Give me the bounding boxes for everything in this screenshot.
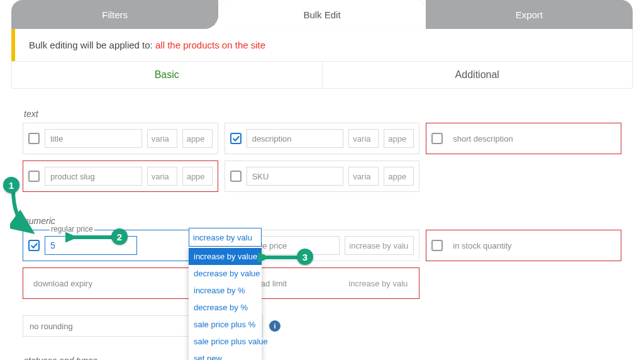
input-stock-qty[interactable]: in stock quantity (448, 236, 616, 255)
dropdown-option[interactable]: sale price plus value (189, 333, 262, 350)
dropdown-option[interactable]: decrease by % (189, 299, 262, 316)
select-slug-var[interactable]: varia (147, 167, 177, 186)
section-label-numeric: numeric (24, 216, 621, 226)
select-sale-price-mode[interactable]: increase by valu (345, 236, 414, 255)
checkbox-short-description[interactable] (431, 133, 443, 144)
dropdown-option[interactable]: sale price plus % (189, 316, 262, 333)
info-icon[interactable]: i (269, 320, 280, 332)
input-download-expiry[interactable]: download expiry (28, 274, 213, 293)
select-description-var[interactable]: varia (348, 129, 379, 148)
select-description-mode[interactable]: appe (384, 129, 414, 148)
select-sku-var[interactable]: varia (348, 167, 379, 186)
annotation-badge-2: 2 (111, 228, 128, 245)
main-tabstrip: Filters Bulk Edit Export (11, 0, 633, 29)
dropdown-option[interactable]: increase by % (189, 282, 262, 299)
select-download-limit-mode[interactable]: increase by valu (345, 274, 414, 293)
input-short-description[interactable]: short description (448, 129, 616, 148)
basic-content: text title varia appe description varia … (11, 89, 633, 360)
dropdown-option[interactable]: increase by value (189, 248, 262, 265)
annotation-arrow-2 (65, 231, 116, 244)
tab-export[interactable]: Export (426, 0, 633, 29)
dropdown-option[interactable]: decrease by value (189, 265, 262, 282)
field-short-description: short description (426, 123, 621, 154)
annotation-badge-3: 3 (297, 249, 313, 265)
field-description: description varia appe (225, 123, 420, 154)
input-sku[interactable]: SKU (247, 167, 344, 186)
select-sku-mode[interactable]: appe (384, 167, 414, 186)
input-description[interactable]: description (247, 129, 344, 148)
checkbox-regular-price[interactable] (28, 240, 40, 251)
scope-notice-lead: Bulk editing will be applied to: (29, 40, 155, 50)
field-stock-qty: in stock quantity (426, 230, 621, 261)
panel: Bulk editing will be applied to: all the… (11, 28, 633, 89)
tab-filters[interactable]: Filters (11, 0, 218, 29)
field-title: title varia appe (23, 123, 218, 154)
field-product-slug: product slug varia appe (23, 160, 218, 192)
input-title[interactable]: title (45, 129, 142, 148)
select-title-var[interactable]: varia (147, 129, 177, 148)
section-label-statuses: statuses and types (24, 356, 621, 360)
dropdown-menu-regular-price-mode: increase by value decrease by value incr… (189, 247, 262, 360)
field-sku: SKU varia appe (225, 160, 420, 192)
checkbox-stock-qty[interactable] (431, 240, 443, 251)
select-regular-price-mode[interactable]: increase by valu (189, 228, 262, 247)
checkbox-product-slug[interactable] (28, 171, 40, 182)
annotation-badge-1: 1 (3, 177, 19, 193)
input-product-slug[interactable]: product slug (45, 167, 142, 186)
select-title-mode[interactable]: appe (182, 129, 213, 148)
checkbox-description[interactable] (230, 133, 242, 144)
subtabstrip: Basic Additional (12, 61, 632, 88)
subtab-basic[interactable]: Basic (12, 62, 322, 88)
text-fields-grid: title varia appe description varia appe … (23, 123, 621, 192)
scope-notice: Bulk editing will be applied to: all the… (11, 28, 633, 62)
tab-bulk-edit[interactable]: Bulk Edit (218, 0, 425, 29)
select-slug-mode[interactable]: appe (182, 167, 213, 186)
annotation-arrow-3 (258, 251, 302, 264)
scope-notice-target: all the products on the site (155, 40, 265, 50)
section-label-text: text (24, 109, 621, 119)
checkbox-title[interactable] (28, 133, 40, 144)
annotation-arrow-1 (10, 187, 42, 237)
dropdown-option[interactable]: set new (189, 350, 262, 360)
subtab-additional[interactable]: Additional (322, 62, 633, 88)
checkbox-sku[interactable] (230, 171, 242, 182)
